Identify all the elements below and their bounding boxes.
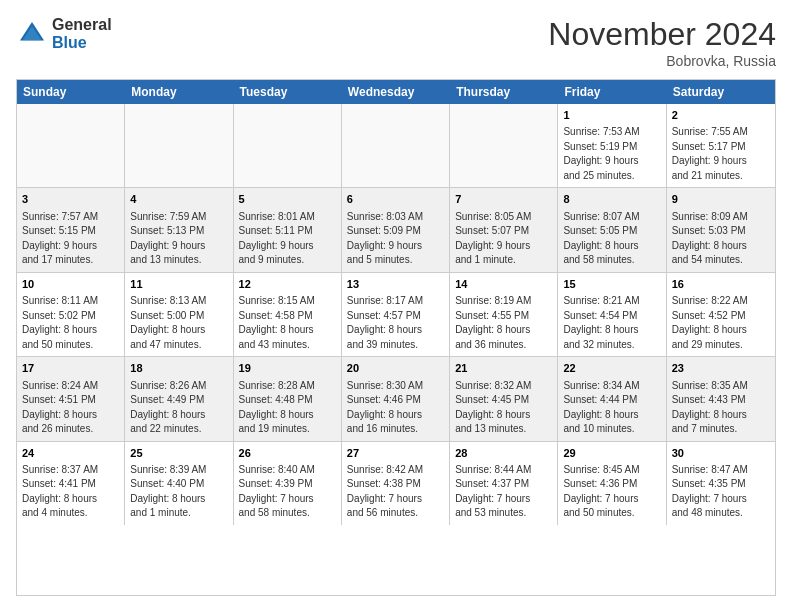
calendar-cell: 13Sunrise: 8:17 AM Sunset: 4:57 PM Dayli…: [342, 273, 450, 356]
day-info: Sunrise: 8:19 AM Sunset: 4:55 PM Dayligh…: [455, 294, 552, 352]
calendar-row: 1Sunrise: 7:53 AM Sunset: 5:19 PM Daylig…: [17, 104, 775, 188]
title-block: November 2024 Bobrovka, Russia: [548, 16, 776, 69]
calendar-cell: 8Sunrise: 8:07 AM Sunset: 5:05 PM Daylig…: [558, 188, 666, 271]
calendar-cell: 20Sunrise: 8:30 AM Sunset: 4:46 PM Dayli…: [342, 357, 450, 440]
day-info: Sunrise: 8:22 AM Sunset: 4:52 PM Dayligh…: [672, 294, 770, 352]
day-number: 23: [672, 361, 770, 376]
logo-general: General: [52, 16, 112, 34]
day-info: Sunrise: 7:59 AM Sunset: 5:13 PM Dayligh…: [130, 210, 227, 268]
calendar-cell: 14Sunrise: 8:19 AM Sunset: 4:55 PM Dayli…: [450, 273, 558, 356]
day-info: Sunrise: 8:11 AM Sunset: 5:02 PM Dayligh…: [22, 294, 119, 352]
day-info: Sunrise: 8:39 AM Sunset: 4:40 PM Dayligh…: [130, 463, 227, 521]
calendar-cell: [450, 104, 558, 187]
day-number: 22: [563, 361, 660, 376]
day-number: 30: [672, 446, 770, 461]
calendar-cell: [342, 104, 450, 187]
calendar-cell: 19Sunrise: 8:28 AM Sunset: 4:48 PM Dayli…: [234, 357, 342, 440]
day-info: Sunrise: 8:13 AM Sunset: 5:00 PM Dayligh…: [130, 294, 227, 352]
day-number: 28: [455, 446, 552, 461]
calendar-cell: 12Sunrise: 8:15 AM Sunset: 4:58 PM Dayli…: [234, 273, 342, 356]
calendar-header-cell: Sunday: [17, 80, 125, 104]
day-number: 3: [22, 192, 119, 207]
calendar-body: 1Sunrise: 7:53 AM Sunset: 5:19 PM Daylig…: [17, 104, 775, 525]
calendar-cell: 1Sunrise: 7:53 AM Sunset: 5:19 PM Daylig…: [558, 104, 666, 187]
day-info: Sunrise: 8:32 AM Sunset: 4:45 PM Dayligh…: [455, 379, 552, 437]
calendar-cell: 7Sunrise: 8:05 AM Sunset: 5:07 PM Daylig…: [450, 188, 558, 271]
day-number: 25: [130, 446, 227, 461]
logo-icon: [16, 18, 48, 50]
day-info: Sunrise: 8:05 AM Sunset: 5:07 PM Dayligh…: [455, 210, 552, 268]
day-number: 2: [672, 108, 770, 123]
day-info: Sunrise: 8:28 AM Sunset: 4:48 PM Dayligh…: [239, 379, 336, 437]
logo: General Blue: [16, 16, 112, 51]
day-info: Sunrise: 8:09 AM Sunset: 5:03 PM Dayligh…: [672, 210, 770, 268]
calendar-cell: [125, 104, 233, 187]
calendar: SundayMondayTuesdayWednesdayThursdayFrid…: [16, 79, 776, 596]
day-info: Sunrise: 8:26 AM Sunset: 4:49 PM Dayligh…: [130, 379, 227, 437]
header: General Blue November 2024 Bobrovka, Rus…: [16, 16, 776, 69]
day-number: 29: [563, 446, 660, 461]
calendar-cell: 15Sunrise: 8:21 AM Sunset: 4:54 PM Dayli…: [558, 273, 666, 356]
day-number: 21: [455, 361, 552, 376]
calendar-header-cell: Monday: [125, 80, 233, 104]
calendar-row: 3Sunrise: 7:57 AM Sunset: 5:15 PM Daylig…: [17, 188, 775, 272]
calendar-cell: 3Sunrise: 7:57 AM Sunset: 5:15 PM Daylig…: [17, 188, 125, 271]
day-info: Sunrise: 8:40 AM Sunset: 4:39 PM Dayligh…: [239, 463, 336, 521]
day-info: Sunrise: 7:55 AM Sunset: 5:17 PM Dayligh…: [672, 125, 770, 183]
calendar-cell: 24Sunrise: 8:37 AM Sunset: 4:41 PM Dayli…: [17, 442, 125, 525]
day-number: 20: [347, 361, 444, 376]
day-info: Sunrise: 8:03 AM Sunset: 5:09 PM Dayligh…: [347, 210, 444, 268]
calendar-cell: 2Sunrise: 7:55 AM Sunset: 5:17 PM Daylig…: [667, 104, 775, 187]
logo-text: General Blue: [52, 16, 112, 51]
calendar-cell: 29Sunrise: 8:45 AM Sunset: 4:36 PM Dayli…: [558, 442, 666, 525]
calendar-cell: [234, 104, 342, 187]
day-info: Sunrise: 8:34 AM Sunset: 4:44 PM Dayligh…: [563, 379, 660, 437]
day-info: Sunrise: 8:30 AM Sunset: 4:46 PM Dayligh…: [347, 379, 444, 437]
day-number: 5: [239, 192, 336, 207]
day-number: 27: [347, 446, 444, 461]
day-info: Sunrise: 8:24 AM Sunset: 4:51 PM Dayligh…: [22, 379, 119, 437]
calendar-cell: [17, 104, 125, 187]
calendar-header-cell: Wednesday: [342, 80, 450, 104]
day-info: Sunrise: 8:42 AM Sunset: 4:38 PM Dayligh…: [347, 463, 444, 521]
day-number: 18: [130, 361, 227, 376]
day-info: Sunrise: 8:01 AM Sunset: 5:11 PM Dayligh…: [239, 210, 336, 268]
day-number: 16: [672, 277, 770, 292]
calendar-cell: 22Sunrise: 8:34 AM Sunset: 4:44 PM Dayli…: [558, 357, 666, 440]
calendar-cell: 18Sunrise: 8:26 AM Sunset: 4:49 PM Dayli…: [125, 357, 233, 440]
calendar-cell: 9Sunrise: 8:09 AM Sunset: 5:03 PM Daylig…: [667, 188, 775, 271]
calendar-header-cell: Saturday: [667, 80, 775, 104]
day-info: Sunrise: 8:07 AM Sunset: 5:05 PM Dayligh…: [563, 210, 660, 268]
day-info: Sunrise: 8:47 AM Sunset: 4:35 PM Dayligh…: [672, 463, 770, 521]
day-number: 19: [239, 361, 336, 376]
day-number: 24: [22, 446, 119, 461]
day-number: 17: [22, 361, 119, 376]
day-number: 26: [239, 446, 336, 461]
calendar-cell: 26Sunrise: 8:40 AM Sunset: 4:39 PM Dayli…: [234, 442, 342, 525]
day-info: Sunrise: 8:17 AM Sunset: 4:57 PM Dayligh…: [347, 294, 444, 352]
day-number: 14: [455, 277, 552, 292]
calendar-cell: 23Sunrise: 8:35 AM Sunset: 4:43 PM Dayli…: [667, 357, 775, 440]
day-number: 11: [130, 277, 227, 292]
day-info: Sunrise: 8:37 AM Sunset: 4:41 PM Dayligh…: [22, 463, 119, 521]
day-info: Sunrise: 7:53 AM Sunset: 5:19 PM Dayligh…: [563, 125, 660, 183]
day-info: Sunrise: 8:21 AM Sunset: 4:54 PM Dayligh…: [563, 294, 660, 352]
calendar-cell: 16Sunrise: 8:22 AM Sunset: 4:52 PM Dayli…: [667, 273, 775, 356]
calendar-cell: 28Sunrise: 8:44 AM Sunset: 4:37 PM Dayli…: [450, 442, 558, 525]
day-number: 10: [22, 277, 119, 292]
calendar-cell: 5Sunrise: 8:01 AM Sunset: 5:11 PM Daylig…: [234, 188, 342, 271]
day-number: 13: [347, 277, 444, 292]
month-title: November 2024: [548, 16, 776, 53]
day-info: Sunrise: 7:57 AM Sunset: 5:15 PM Dayligh…: [22, 210, 119, 268]
calendar-header-cell: Thursday: [450, 80, 558, 104]
day-number: 1: [563, 108, 660, 123]
page: General Blue November 2024 Bobrovka, Rus…: [0, 0, 792, 612]
calendar-cell: 6Sunrise: 8:03 AM Sunset: 5:09 PM Daylig…: [342, 188, 450, 271]
calendar-header: SundayMondayTuesdayWednesdayThursdayFrid…: [17, 80, 775, 104]
calendar-row: 17Sunrise: 8:24 AM Sunset: 4:51 PM Dayli…: [17, 357, 775, 441]
calendar-cell: 17Sunrise: 8:24 AM Sunset: 4:51 PM Dayli…: [17, 357, 125, 440]
day-info: Sunrise: 8:44 AM Sunset: 4:37 PM Dayligh…: [455, 463, 552, 521]
day-info: Sunrise: 8:15 AM Sunset: 4:58 PM Dayligh…: [239, 294, 336, 352]
day-info: Sunrise: 8:35 AM Sunset: 4:43 PM Dayligh…: [672, 379, 770, 437]
calendar-cell: 25Sunrise: 8:39 AM Sunset: 4:40 PM Dayli…: [125, 442, 233, 525]
